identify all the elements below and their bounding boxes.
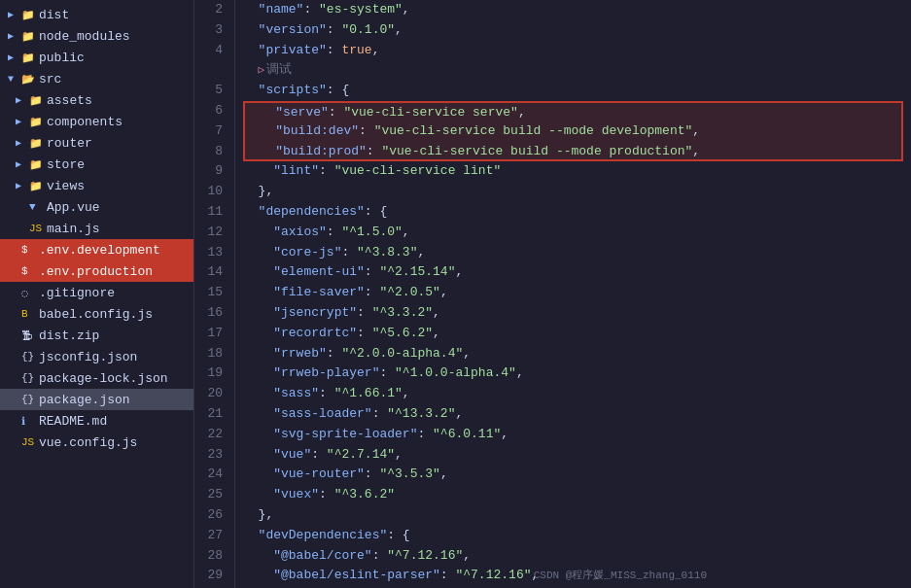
code-line-16: "jsencrypt": "^3.3.2", [243,303,903,324]
sidebar-item-env-development[interactable]: $ .env.development [0,239,193,260]
code-line-26: }, [243,505,903,526]
sidebar-item-dist-zip[interactable]: 🗜 dist.zip [0,325,193,346]
json-file-icon: {} [21,351,37,363]
code-line-19: "rrweb-player": "^1.0.0-alpha.4", [243,363,903,384]
code-lines: "name": "es-system", "version": "0.1.0",… [235,0,911,588]
json-file-icon: {} [21,372,37,384]
sidebar-item-src[interactable]: 📂 src [0,68,193,89]
code-line-2: "name": "es-system", [243,0,903,20]
sidebar-item-views[interactable]: 📁 views [0,175,193,196]
json-file-icon: {} [21,394,37,405]
sidebar-item-package-lock[interactable]: {} package-lock.json [0,367,193,389]
sidebar-item-public[interactable]: 📁 public [0,47,193,68]
sidebar-item-readme[interactable]: ℹ README.md [0,410,193,432]
file-explorer: 📁 dist 📁 node_modules 📁 public 📂 src 📁 a… [0,0,194,588]
sidebar-item-gitignore[interactable]: ◌ .gitignore [0,282,193,303]
code-line-11: "dependencies": { [243,202,903,223]
chevron-right-icon [16,180,29,191]
chevron-right-icon [8,52,21,63]
code-line-24: "vue-router": "^3.5.3", [243,465,903,485]
chevron-right-icon [8,9,21,20]
sidebar-item-components[interactable]: 📁 components [0,111,193,132]
vue-file-icon: ▼ [29,201,45,213]
git-file-icon: ◌ [21,287,37,299]
code-line-27: "devDependencies": { [243,526,903,546]
zip-file-icon: 🗜 [21,329,37,342]
folder-icon: 📁 [21,30,37,43]
code-line-17: "recordrtc": "^5.6.2", [243,324,903,344]
code-line-4: "private": true, [243,41,903,61]
chevron-down-icon [8,74,21,85]
sidebar-item-assets[interactable]: 📁 assets [0,89,193,111]
code-line-22: "svg-sprite-loader": "^6.0.11", [243,425,903,445]
code-line-13: "core-js": "^3.8.3", [243,243,903,263]
code-line-9: "lint": "vue-cli-service lint" [243,161,903,182]
folder-icon: 📁 [29,158,45,171]
code-line-18: "rrweb": "^2.0.0-alpha.4", [243,344,903,364]
folder-icon: 📁 [29,116,45,128]
code-line-3: "version": "0.1.0", [243,20,903,41]
js-file-icon: JS [29,223,45,234]
sidebar-item-app-vue[interactable]: ▼ App.vue [0,196,193,218]
folder-icon: 📁 [21,52,37,64]
code-line-15: "file-saver": "^2.0.5", [243,283,903,303]
env-file-icon: $ [21,265,37,277]
sidebar-item-node-modules[interactable]: 📁 node_modules [0,25,193,47]
sidebar-item-store[interactable]: 📁 store [0,154,193,175]
sidebar-item-babel-config[interactable]: B babel.config.js [0,303,193,325]
sidebar-item-package-json[interactable]: {} package.json [0,389,193,410]
code-line-23: "vue": "^2.7.14", [243,445,903,466]
sidebar-item-main-js[interactable]: JS main.js [0,218,193,239]
code-line-10: }, [243,182,903,202]
js-file-icon: JS [21,436,37,448]
code-line-12: "axios": "^1.5.0", [243,223,903,243]
code-line-5: "scripts": { [243,81,903,101]
chevron-right-icon [8,30,21,42]
folder-icon: 📁 [29,94,45,107]
code-line-28: "@babel/core": "^7.12.16", [243,546,903,567]
sidebar-item-vue-config[interactable]: JS vue.config.js [0,432,193,453]
code-editor: 2 3 4 5 6 7 8 9 10 11 12 13 14 15 16 17 … [194,0,911,588]
code-line-debug: ▷调试 [243,60,903,81]
code-line-29: "@babel/eslint-parser": "^7.12.16", [243,566,903,586]
sidebar-item-env-production[interactable]: $ .env.production [0,260,193,282]
chevron-right-icon [16,94,29,106]
sidebar-item-dist[interactable]: 📁 dist [0,4,193,25]
code-line-25: "vuex": "^3.6.2" [243,485,903,505]
folder-icon: 📁 [29,137,45,150]
code-view[interactable]: 2 3 4 5 6 7 8 9 10 11 12 13 14 15 16 17 … [194,0,911,588]
folder-icon: 📁 [29,180,45,192]
chevron-right-icon [16,158,29,170]
code-line-7: "build:dev": "vue-cli-service build --mo… [243,121,903,142]
code-line-6: "serve": "vue-cli-service serve", [243,101,903,121]
code-line-20: "sass": "^1.66.1", [243,384,903,404]
chevron-right-icon [16,137,29,149]
folder-open-icon: 📂 [21,73,37,86]
md-file-icon: ℹ [21,415,37,428]
folder-icon: 📁 [21,9,37,21]
env-file-icon: $ [21,244,37,256]
sidebar-item-jsconfig[interactable]: {} jsconfig.json [0,346,193,367]
chevron-right-icon [16,116,29,127]
code-line-14: "element-ui": "^2.15.14", [243,262,903,283]
code-line-8: "build:prod": "vue-cli-service build --m… [243,142,903,162]
sidebar-item-router[interactable]: 📁 router [0,132,193,154]
code-line-21: "sass-loader": "^13.3.2", [243,404,903,425]
line-numbers: 2 3 4 5 6 7 8 9 10 11 12 13 14 15 16 17 … [194,0,235,588]
js-file-icon: B [21,308,37,320]
